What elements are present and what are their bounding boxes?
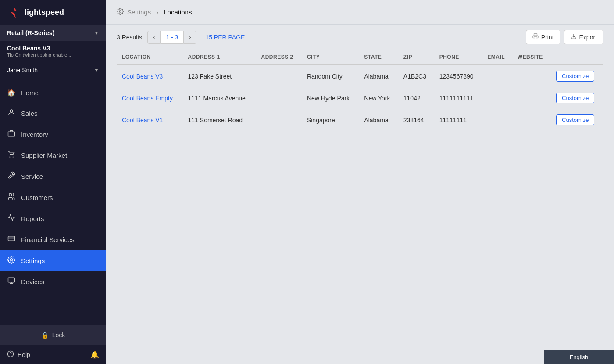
language-selector[interactable]: English (544, 350, 614, 364)
user-name: Jane Smith (7, 67, 38, 74)
table-row: Cool Beans Empty 1111 Marcus Avenue New … (117, 87, 603, 109)
logo-text: lightspeed (25, 8, 64, 17)
logo: lightspeed (0, 0, 106, 25)
cell-website (512, 87, 551, 109)
store-selector[interactable]: Retail (R-Series) ▼ (0, 25, 106, 41)
sidebar-item-home[interactable]: 🏠 Home (0, 83, 106, 103)
cell-phone: 1111111111 (434, 87, 482, 109)
table-row: Cool Beans V1 111 Somerset Road Singapor… (117, 109, 603, 131)
sidebar-item-sales[interactable]: Sales (0, 103, 106, 124)
export-icon (571, 33, 577, 41)
service-icon (7, 171, 16, 181)
lock-button[interactable]: 🔒 Lock (0, 325, 106, 345)
col-header-action (551, 50, 603, 65)
cell-address1: 1111 Marcus Avenue (183, 87, 256, 109)
cell-action: Customize (551, 109, 603, 131)
sidebar-item-devices[interactable]: Devices (0, 271, 106, 292)
sidebar-item-label: Financial Services (21, 236, 75, 243)
sidebar-item-label: Supplier Market (21, 152, 67, 159)
sidebar-item-label: Devices (21, 278, 44, 285)
per-page-selector[interactable]: 15 PER PAGE (205, 34, 245, 41)
sidebar-item-service[interactable]: Service (0, 166, 106, 187)
cell-email (482, 65, 512, 87)
settings-icon (7, 256, 16, 265)
sales-icon (7, 108, 16, 118)
pagination-next[interactable]: › (183, 31, 196, 44)
customers-icon (7, 193, 16, 202)
svg-point-3 (13, 157, 14, 157)
export-button[interactable]: Export (564, 30, 603, 44)
breadcrumb-separator: › (156, 8, 158, 16)
cell-address1: 123 Fake Street (183, 65, 256, 87)
help-button[interactable]: Help (7, 350, 30, 359)
location-link[interactable]: Cool Beans Empty (122, 95, 173, 102)
location-link[interactable]: Cool Beans V1 (122, 117, 163, 124)
user-menu[interactable]: Jane Smith ▼ (0, 61, 106, 79)
col-header-email: EMAIL (482, 50, 512, 65)
locations-table-container: LOCATION ADDRESS 1 ADDRESS 2 CITY STATE … (106, 50, 614, 364)
store-name: Retail (R-Series) (7, 29, 54, 36)
cell-website (512, 65, 551, 87)
bell-icon[interactable]: 🔔 (90, 350, 99, 359)
col-header-address2: ADDRESS 2 (256, 50, 302, 65)
svg-rect-14 (534, 37, 537, 39)
cell-email (482, 87, 512, 109)
cell-state: Alabama (359, 65, 398, 87)
question-icon (7, 350, 14, 359)
location-link[interactable]: Cool Beans V3 (122, 73, 163, 80)
svg-point-13 (119, 11, 121, 12)
home-icon: 🏠 (7, 89, 16, 97)
cell-zip: A1B2C3 (398, 65, 434, 87)
toolbar-left: 3 Results ‹ 1 - 3 › 15 PER PAGE (117, 31, 245, 44)
customize-button[interactable]: Customize (556, 71, 594, 82)
tip-store-name: Cool Beans V3 (7, 45, 99, 52)
cell-phone: 1234567890 (434, 65, 482, 87)
chevron-down-icon: ▼ (94, 30, 99, 36)
breadcrumb-current: Locations (164, 8, 192, 16)
sidebar-bottom: 🔒 Lock Help 🔔 (0, 325, 106, 364)
table-header-row: LOCATION ADDRESS 1 ADDRESS 2 CITY STATE … (117, 50, 603, 65)
sidebar-item-financial-services[interactable]: Financial Services (0, 229, 106, 250)
breadcrumb-settings[interactable]: Settings (127, 8, 151, 16)
cell-address2 (256, 65, 302, 87)
col-header-address1: ADDRESS 1 (183, 50, 256, 65)
cell-email (482, 109, 512, 131)
sidebar-item-inventory[interactable]: Inventory (0, 124, 106, 145)
help-row: Help 🔔 (0, 345, 106, 364)
cell-zip: 11042 (398, 87, 434, 109)
col-header-location: LOCATION (117, 50, 183, 65)
table-row: Cool Beans V3 123 Fake Street Random Cit… (117, 65, 603, 87)
main-navigation: 🏠 Home Sales Inventory Supplier Market (0, 79, 106, 325)
cell-location: Cool Beans Empty (117, 87, 183, 109)
cell-action: Customize (551, 87, 603, 109)
devices-icon (7, 277, 16, 286)
sidebar-item-label: Customers (21, 194, 53, 201)
customize-button[interactable]: Customize (556, 114, 594, 125)
language-label: English (570, 354, 589, 360)
cell-address2 (256, 87, 302, 109)
tip-sub-text: Tip On (when tipping enable... (7, 52, 99, 57)
print-button[interactable]: Print (526, 30, 560, 44)
sidebar-item-reports[interactable]: Reports (0, 208, 106, 229)
svg-rect-5 (8, 236, 15, 241)
customize-button[interactable]: Customize (556, 93, 594, 103)
sidebar-item-customers[interactable]: Customers (0, 187, 106, 208)
reports-icon (7, 214, 16, 223)
cell-website (512, 109, 551, 131)
results-count: 3 Results (117, 34, 142, 41)
sidebar-item-settings[interactable]: Settings (0, 250, 106, 271)
svg-point-0 (10, 110, 13, 112)
sidebar-item-supplier-market[interactable]: Supplier Market (0, 145, 106, 166)
sidebar-item-label: Settings (21, 257, 45, 264)
svg-rect-1 (8, 132, 15, 136)
sidebar-item-label: Sales (21, 110, 38, 117)
cell-city: Singapore (302, 109, 359, 131)
financial-services-icon (7, 235, 16, 244)
breadcrumb-header: Settings › Locations (106, 0, 614, 25)
svg-point-7 (11, 259, 13, 261)
svg-point-4 (9, 193, 12, 196)
inventory-icon (7, 129, 16, 139)
chevron-down-icon: ▼ (94, 67, 99, 73)
pagination-prev[interactable]: ‹ (147, 31, 161, 44)
help-label: Help (18, 351, 30, 358)
